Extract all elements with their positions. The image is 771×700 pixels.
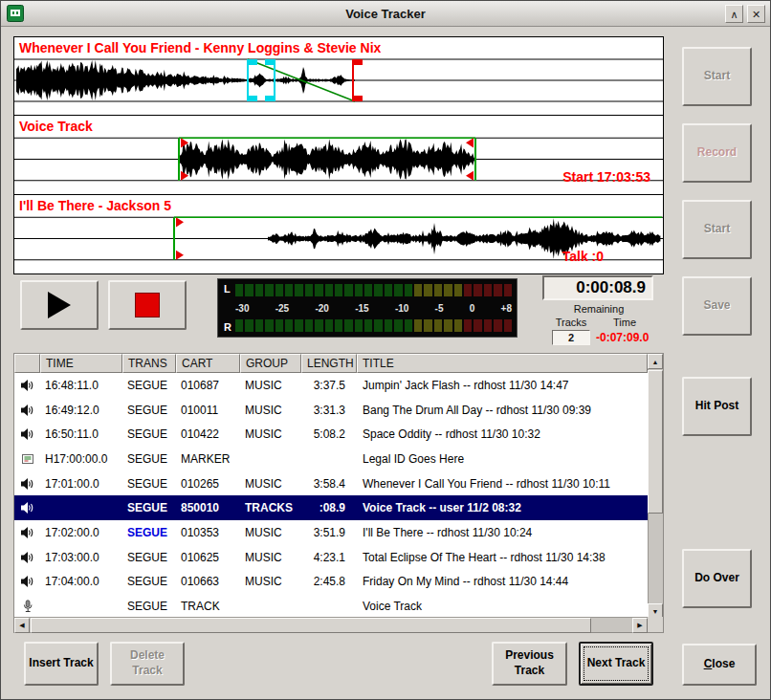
cell-time: 16:48:11.0: [40, 379, 122, 392]
meter-segment: [385, 319, 392, 332]
cell-trans: SEGUE: [122, 379, 176, 392]
meter-scale: -30-25-20-15-10-50+8: [235, 300, 512, 316]
cell-length: 3:58.4: [301, 477, 357, 491]
meter-left-label: L: [224, 283, 231, 295]
horizontal-scrollbar[interactable]: ◀ ▶: [14, 617, 648, 632]
column-header-cart[interactable]: CART: [176, 354, 240, 373]
window-close-icon[interactable]: ✕: [747, 5, 765, 23]
log-row[interactable]: SEGUE850010TRACKS:08.9Voice Track -- use…: [14, 495, 648, 520]
column-header-length[interactable]: LENGTH: [301, 354, 357, 373]
scroll-left-icon[interactable]: ◀: [14, 618, 30, 633]
play-icon: [48, 292, 71, 318]
window-title: Voice Tracker: [1, 1, 770, 27]
log-header: TIMETRANSCARTGROUPLENGTHTITLE: [14, 354, 648, 373]
cell-title: Whenever I Call You Friend -- rdhost 11/…: [357, 477, 648, 491]
speaker-icon: [14, 477, 40, 491]
scroll-right-icon[interactable]: ▶: [632, 618, 648, 633]
cell-group: MUSIC: [240, 526, 301, 539]
vertical-scrollbar[interactable]: ▲ ▼: [648, 354, 663, 619]
meter-segment: [325, 284, 333, 296]
cell-group: MUSIC: [240, 575, 301, 588]
cell-trans: SEGUE: [122, 477, 176, 491]
meter-segment: [315, 319, 322, 332]
play-button[interactable]: [20, 280, 99, 330]
start-2-button: Start: [682, 200, 752, 259]
column-header-trans[interactable]: TRANS: [122, 354, 176, 373]
waveform-track-2[interactable]: Voice Track Start 17:03:53: [13, 116, 664, 195]
stop-button[interactable]: [108, 280, 187, 330]
cell-cart: TRACK: [176, 600, 240, 613]
cell-group: MUSIC: [240, 551, 301, 564]
cell-title: Bang The Drum All Day -- rdhost 11/30 09…: [357, 404, 648, 417]
meter-segment: [434, 284, 442, 296]
meter-segment: [235, 284, 243, 296]
log-row[interactable]: SEGUETRACKVoice Track: [14, 594, 648, 619]
log-row[interactable]: H17:00:00.0SEGUEMARKERLegal ID Goes Here: [14, 447, 648, 471]
track-title-1: Whenever I Call You Friend - Kenny Loggi…: [19, 40, 381, 55]
column-header-title[interactable]: TITLE: [357, 354, 648, 373]
scroll-up-icon[interactable]: ▲: [648, 354, 663, 369]
log-row[interactable]: 17:04:00.0SEGUE010663MUSIC2:45.8Friday O…: [14, 570, 648, 595]
next-track-button[interactable]: Next Track: [579, 642, 653, 686]
insert-track-button[interactable]: Insert Track: [24, 642, 99, 686]
waveform-track-1[interactable]: Whenever I Call You Friend - Kenny Loggi…: [13, 36, 664, 116]
cell-trans: SEGUE: [122, 452, 176, 466]
cell-trans: SEGUE: [122, 404, 176, 417]
log-row[interactable]: 16:50:11.0SEGUE010422MUSIC5:08.2Space Od…: [14, 422, 648, 447]
meter-segment: [494, 284, 501, 296]
cell-cart: 010353: [176, 526, 240, 539]
waveform-track-3[interactable]: I'll Be There - Jackson 5 Talk :0: [13, 195, 664, 274]
meter-scale-tick: -30: [235, 303, 249, 314]
vertical-scroll-thumb[interactable]: [648, 370, 663, 514]
cell-time: 16:49:12.0: [40, 404, 122, 417]
shade-icon[interactable]: ∧: [725, 5, 743, 23]
log-row[interactable]: 17:01:00.0SEGUE010265MUSIC3:58.4Whenever…: [14, 471, 648, 496]
meter-scale-tick: -10: [395, 303, 408, 314]
cell-title: Voice Track: [357, 600, 648, 613]
meter-segment: [355, 284, 363, 296]
speaker-icon: [14, 501, 40, 514]
previous-track-button[interactable]: Previous Track: [492, 642, 567, 686]
meter-segment: [414, 284, 422, 296]
cell-trans: SEGUE: [122, 575, 176, 588]
cell-group: MUSIC: [240, 379, 301, 392]
titlebar[interactable]: Voice Tracker ∧ ✕: [1, 1, 770, 27]
cell-length: 3:51.9: [301, 526, 357, 539]
cell-time: 17:04:00.0: [40, 575, 122, 588]
hit-post-button[interactable]: Hit Post: [682, 377, 752, 436]
column-header-time[interactable]: TIME: [40, 354, 122, 373]
meter-segment: [484, 319, 492, 332]
meter-segment: [295, 284, 302, 296]
meter-segment: [424, 284, 431, 296]
meter-segment: [235, 319, 243, 332]
horizontal-scroll-thumb[interactable]: [31, 618, 591, 633]
cell-cart: 850010: [176, 501, 240, 514]
meter-segment: [305, 319, 313, 332]
meter-segment: [405, 319, 412, 332]
speaker-icon: [14, 551, 40, 564]
cell-length: 2:45.8: [301, 575, 357, 588]
log-row[interactable]: 17:03:00.0SEGUE010625MUSIC4:23.1Total Ec…: [14, 545, 648, 570]
log-row[interactable]: 17:02:00.0SEGUE010353MUSIC3:51.9I'll Be …: [14, 520, 648, 545]
meter-segment: [474, 284, 481, 296]
log-row[interactable]: 16:48:11.0SEGUE010687MUSIC3:37.5Jumpin' …: [14, 373, 648, 398]
cell-cart: 010011: [176, 404, 240, 417]
track-title-3: I'll Be There - Jackson 5: [19, 198, 171, 213]
start-1-button: Start: [682, 47, 752, 106]
close-button[interactable]: Close: [682, 644, 757, 686]
meter-segment: [355, 319, 363, 332]
log-row[interactable]: 16:49:12.0SEGUE010011MUSIC3:31.3Bang The…: [14, 398, 648, 423]
column-header-group[interactable]: GROUP: [240, 354, 301, 373]
time-remaining-value: -0:07:09.0: [596, 331, 649, 344]
time-label: Time: [598, 317, 651, 328]
meter-right-label: R: [224, 321, 231, 333]
cell-title: Total Eclipse Of The Heart -- rdhost 11/…: [357, 551, 648, 564]
meter-right-bar: [235, 319, 512, 332]
column-header-icon[interactable]: [14, 354, 40, 373]
speaker-icon: [14, 575, 40, 588]
cell-cart: 010625: [176, 551, 240, 564]
remaining-label: Remaining: [542, 303, 655, 315]
meter-segment: [504, 284, 512, 296]
cell-length: 5:08.2: [301, 427, 357, 441]
do-over-button[interactable]: Do Over: [682, 549, 752, 608]
